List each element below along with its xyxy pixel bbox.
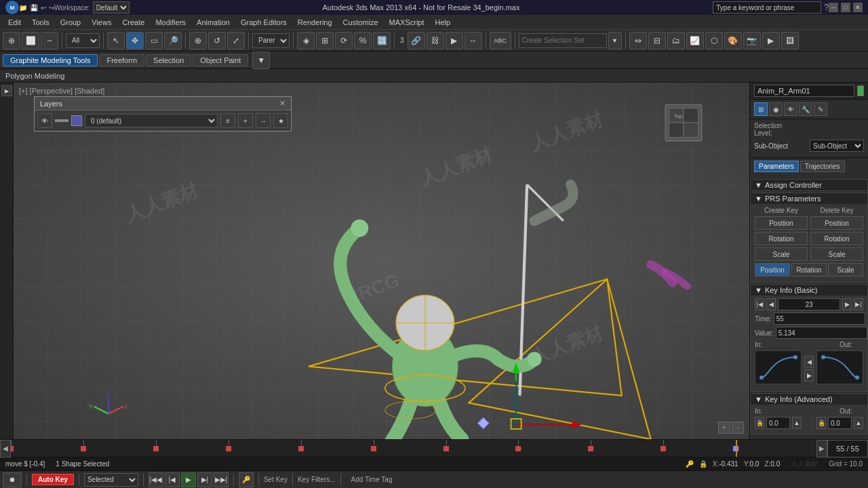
menu-help[interactable]: Help xyxy=(430,17,456,28)
prev-frame-btn[interactable]: |◀ xyxy=(165,472,180,487)
key-mode-btn[interactable]: 🔑 xyxy=(239,472,254,487)
create-sel-btn[interactable]: ▼ xyxy=(608,32,622,49)
delete-rotation-btn[interactable]: Rotation xyxy=(810,232,863,245)
close-btn[interactable]: ✕ xyxy=(853,3,863,12)
maximize-btn[interactable]: □ xyxy=(841,3,850,12)
render-setup[interactable]: 📷 xyxy=(743,32,761,49)
move-btn[interactable]: ⊕ xyxy=(189,32,207,49)
viewport[interactable]: [+] [Perspective] [Shaded] 人人素材 RRCG 人人素… xyxy=(14,83,749,439)
adv-out-lock[interactable]: 🔒 xyxy=(816,417,826,429)
key-num-input[interactable] xyxy=(778,298,840,310)
viewport-nav[interactable]: + - xyxy=(718,422,744,434)
spinner-snap[interactable]: 🔢 xyxy=(373,32,391,49)
timeline-scroll-right[interactable]: ▶ xyxy=(816,440,827,458)
menu-views[interactable]: Views xyxy=(86,17,117,28)
create-scale-btn[interactable]: Scale xyxy=(755,247,808,261)
add-time-tag-label[interactable]: Add Time Tag xyxy=(351,476,393,483)
filter-select[interactable]: All xyxy=(66,33,100,48)
redo-btn[interactable]: ↪ xyxy=(49,4,54,12)
delete-position-btn[interactable]: Position xyxy=(810,216,863,230)
undo-btn[interactable]: ↩ xyxy=(41,4,46,12)
menu-graph-editors[interactable]: Graph Editors xyxy=(235,17,292,28)
layer-set-active-btn[interactable]: ★ xyxy=(273,113,288,128)
key-prev-btn[interactable]: |◀ xyxy=(755,298,764,310)
select-region[interactable]: ⬜ xyxy=(22,32,39,49)
menu-maxscript[interactable]: MAXScript xyxy=(384,17,430,28)
ref-coord[interactable]: Parent xyxy=(252,33,290,48)
keyframe-4[interactable] xyxy=(226,446,231,451)
key-prev2-btn[interactable]: ◀ xyxy=(766,298,776,310)
angle-snap[interactable]: ⟳ xyxy=(335,32,353,49)
play-btn[interactable]: ▶ xyxy=(181,472,196,487)
lasso-select[interactable]: ~ xyxy=(41,32,58,49)
key-info-basic-header[interactable]: ▼ Key Info (Basic) xyxy=(751,285,867,296)
mirror-btn[interactable]: ⇔ xyxy=(629,32,647,49)
render-frame[interactable]: 🖼 xyxy=(781,32,799,49)
menu-edit[interactable]: Edit xyxy=(3,17,26,28)
assign-controller-header[interactable]: ▼ Assign Controller xyxy=(751,180,867,190)
keyframe-3[interactable] xyxy=(153,446,159,451)
layer-move-to-btn[interactable]: → xyxy=(256,113,271,128)
search-input[interactable] xyxy=(713,1,821,14)
tab-graphite[interactable]: Graphite Modeling Tools xyxy=(3,54,98,66)
timeline-track[interactable]: 0 5 10 15 20 25 30 35 40 45 50 xyxy=(11,440,816,457)
select-region-btn[interactable]: ▭ xyxy=(145,32,163,49)
select-move[interactable]: ✥ xyxy=(126,32,144,49)
scale-btn[interactable]: ⤢ xyxy=(227,32,245,49)
select-tool[interactable]: ⊕ xyxy=(3,32,20,49)
value-input[interactable] xyxy=(776,327,867,339)
rot-tab[interactable]: Rotation xyxy=(791,263,827,277)
keyframe-9[interactable] xyxy=(588,446,593,451)
curve-editor[interactable]: 📈 xyxy=(686,32,704,49)
polygon-more[interactable]: ▼ xyxy=(252,52,270,69)
anim-color-box[interactable] xyxy=(857,85,864,96)
timeline-scroll-left[interactable]: ◀ xyxy=(0,440,11,458)
curve-right-btn[interactable]: ▶ xyxy=(804,369,814,382)
key-info-adv-header[interactable]: ▼ Key Info (Advanced) xyxy=(751,394,867,405)
create-selection-input[interactable] xyxy=(519,33,607,48)
snap-btn[interactable]: ⊞ xyxy=(316,32,334,49)
selected-dropdown[interactable]: Selected xyxy=(84,473,138,487)
menu-animation[interactable]: Animation xyxy=(191,17,235,28)
rotate-btn[interactable]: ↺ xyxy=(208,32,226,49)
schematic-view[interactable]: ⬡ xyxy=(705,32,723,49)
workspace-select[interactable]: Default xyxy=(93,1,130,14)
pivot-btn[interactable]: ◈ xyxy=(297,32,315,49)
layer-vis-btn[interactable]: 👁 xyxy=(37,113,52,128)
scale-tab[interactable]: Scale xyxy=(828,263,863,277)
create-position-btn[interactable]: Position xyxy=(755,216,808,230)
render-btn[interactable]: ▶ xyxy=(762,32,780,49)
sub-object-select[interactable]: Sub-Object xyxy=(810,140,864,152)
material-editor[interactable]: 🎨 xyxy=(724,32,742,49)
key-filters-btn[interactable]: Key Filters... xyxy=(298,476,336,483)
delete-scale-btn[interactable]: Scale xyxy=(810,247,863,261)
unlink-btn[interactable]: ⛓ xyxy=(427,32,444,49)
keyframe-5[interactable] xyxy=(298,446,304,451)
adv-in-lock[interactable]: 🔒 xyxy=(755,417,764,429)
quick-btn2[interactable]: 💾 xyxy=(30,4,38,12)
time-marker[interactable] xyxy=(736,440,737,457)
timeline-position[interactable]: 55 / 55 xyxy=(827,440,868,458)
keyframe-7[interactable] xyxy=(443,446,449,451)
minimize-btn[interactable]: ─ xyxy=(829,3,838,12)
go-end-btn[interactable]: ▶▶| xyxy=(214,472,229,487)
key-next2-btn[interactable]: ▶| xyxy=(854,298,863,310)
menu-modifiers[interactable]: Modifiers xyxy=(150,17,191,28)
keyframe-2[interactable] xyxy=(81,446,86,451)
select-by-name[interactable]: 🔎 xyxy=(164,32,182,49)
pos-tab[interactable]: Position xyxy=(755,263,790,277)
adv-in-up[interactable]: ▲ xyxy=(792,417,802,429)
create-rotation-btn[interactable]: Rotation xyxy=(755,232,808,245)
bone-btn[interactable]: ▶ xyxy=(446,32,463,49)
key-next-btn[interactable]: ▶ xyxy=(842,298,852,310)
menu-rendering[interactable]: Rendering xyxy=(292,17,338,28)
link-btn[interactable]: 🔗 xyxy=(408,32,425,49)
layer-select[interactable]: 0 (default) xyxy=(85,114,218,127)
keyframe-1[interactable] xyxy=(11,446,14,451)
layer-add-btn[interactable]: + xyxy=(238,113,253,128)
rp-icon-create[interactable]: ✎ xyxy=(814,102,827,116)
go-start-btn[interactable]: |◀◀ xyxy=(149,472,163,487)
adv-out-input[interactable] xyxy=(828,417,852,429)
select-obj[interactable]: ↖ xyxy=(107,32,125,49)
menu-create[interactable]: Create xyxy=(117,17,150,28)
